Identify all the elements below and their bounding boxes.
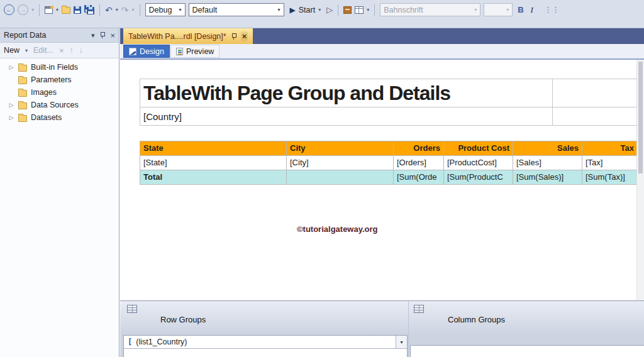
close-icon[interactable]: ×	[110, 31, 115, 40]
vertical-scrollbar[interactable]	[636, 60, 644, 300]
tree-item-label: Datasets	[31, 113, 62, 122]
tab-close-icon[interactable]: ×	[241, 31, 248, 41]
start-debugging-button[interactable]: ▶ Start ▾	[287, 3, 324, 17]
header-cell-orders[interactable]: Orders	[394, 141, 444, 156]
solution-platform-value: Default	[192, 6, 218, 14]
document-tab[interactable]: TableWith Pa....rdl [Design]* ×	[123, 28, 253, 44]
total-cell-tax[interactable]: [Sum(Tax)]	[582, 170, 638, 185]
tree-item-label: Data Sources	[31, 101, 79, 109]
toolbar-overflow-icon[interactable]: ⋮⋮	[545, 6, 560, 14]
watermark-text: ©tutorialgateway.org	[297, 224, 378, 234]
report-tablix: State City Orders Product Cost Sales Tax…	[140, 141, 638, 185]
undo-icon[interactable]: ↶	[105, 6, 113, 14]
bold-button[interactable]: B	[516, 5, 525, 14]
move-down-icon[interactable]: ↓	[79, 46, 83, 55]
font-family-dropdown[interactable]: Bahnschrift ▾	[380, 3, 480, 16]
expand-arrow-icon[interactable]: ▷	[8, 64, 14, 70]
total-cell-sales[interactable]: [Sum(Sales)]	[513, 170, 582, 185]
open-file-icon[interactable]	[62, 7, 70, 14]
total-cell-label[interactable]: Total	[140, 170, 287, 185]
new-menu-chevron-icon[interactable]: ▾	[25, 48, 28, 53]
grouping-pane: Row Groups Column Groups [ (list1_Countr…	[120, 300, 644, 357]
font-family-value: Bahnschrift	[384, 6, 423, 14]
window-layout-chevron-icon[interactable]: ▾	[367, 7, 369, 13]
navigate-back-icon[interactable]: ←	[4, 4, 14, 15]
delete-icon[interactable]: ×	[59, 46, 64, 55]
grouping-pane-divider	[408, 301, 409, 357]
tree-item-datasets[interactable]: ▷ Datasets	[0, 111, 119, 124]
detail-cell-product-cost[interactable]: [ProductCost]	[444, 156, 513, 170]
detail-cell-sales[interactable]: [Sales]	[513, 156, 582, 170]
report-data-panel-header: Report Data ▾ ×	[0, 28, 119, 43]
toolbar-separator	[39, 4, 40, 16]
header-cell-state[interactable]: State	[140, 141, 287, 156]
solution-platform-dropdown[interactable]: Default ▾	[189, 3, 284, 16]
document-tab-strip: TableWith Pa....rdl [Design]* ×	[120, 28, 644, 44]
start-without-debugging-icon[interactable]: ▷	[326, 5, 333, 14]
window-layout-icon[interactable]	[355, 6, 364, 14]
folder-icon	[18, 90, 27, 97]
row-groups-list: [ (list1_Country) ▾	[123, 335, 408, 357]
new-project-icon[interactable]	[45, 6, 53, 14]
tree-item-built-in-fields[interactable]: ▷ Built-in Fields	[0, 61, 119, 74]
redo-chevron-icon[interactable]: ▾	[132, 7, 135, 13]
detail-cell-city[interactable]: [City]	[287, 156, 394, 170]
report-data-tree: ▷ Built-in Fields Parameters Images ▷ Da…	[0, 58, 119, 357]
total-cell-product-cost[interactable]: [Sum(ProductC	[444, 170, 513, 185]
expand-arrow-icon[interactable]: ▷	[8, 114, 14, 121]
header-cell-tax[interactable]: Tax	[582, 141, 638, 156]
navigate-forward-icon[interactable]: →	[18, 4, 28, 15]
play-icon: ▶	[290, 6, 296, 14]
window-position-chevron-icon[interactable]: ▾	[91, 32, 95, 39]
design-view-icon	[129, 48, 136, 55]
design-surface[interactable]: TableWith Page Group and Details [Countr…	[120, 60, 644, 300]
report-title-textbox[interactable]: TableWith Page Group and Details	[140, 79, 553, 107]
detail-cell-state[interactable]: [State]	[140, 156, 287, 170]
report-header-empty-cell[interactable]	[553, 107, 638, 126]
new-project-chevron-icon[interactable]: ▾	[56, 7, 58, 13]
detail-cell-tax[interactable]: [Tax]	[582, 156, 638, 170]
italic-button[interactable]: I	[529, 5, 535, 15]
total-cell-orders[interactable]: [Sum(Orde	[394, 170, 444, 185]
save-icon[interactable]	[74, 6, 81, 14]
vs-report-designer-window: ← → ▾ ▾ ↶ ▾ ↷ ▾ Debug ▾ Default	[0, 0, 644, 357]
scrollbar-thumb[interactable]	[638, 62, 643, 173]
font-size-dropdown[interactable]: ▾	[484, 3, 513, 16]
tree-item-parameters[interactable]: Parameters	[0, 74, 119, 86]
tab-preview[interactable]: Preview	[170, 45, 219, 58]
header-cell-city[interactable]: City	[287, 141, 394, 156]
folder-icon	[18, 102, 27, 109]
country-group-textbox[interactable]: [Country]	[140, 107, 553, 126]
preview-tab-label: Preview	[186, 47, 214, 56]
chevron-down-icon: ▾	[506, 7, 509, 13]
expand-arrow-icon[interactable]: ▷	[8, 102, 14, 108]
header-cell-sales[interactable]: Sales	[513, 141, 582, 156]
header-cell-product-cost[interactable]: Product Cost	[444, 141, 513, 156]
tree-item-data-sources[interactable]: ▷ Data Sources	[0, 99, 119, 111]
main-toolbar: ← → ▾ ▾ ↶ ▾ ↷ ▾ Debug ▾ Default	[0, 0, 644, 28]
detail-cell-orders[interactable]: [Orders]	[394, 156, 444, 170]
row-group-dropdown-icon[interactable]: ▾	[396, 336, 407, 348]
output-window-icon[interactable]	[343, 6, 352, 14]
chevron-down-icon: ▾	[474, 7, 477, 13]
report-header-grid: TableWith Page Group and Details [Countr…	[140, 79, 638, 126]
row-group-item-country[interactable]: [ (list1_Country) ▾	[124, 336, 407, 349]
tab-pin-icon[interactable]	[231, 33, 236, 40]
save-all-front-floppy-icon	[87, 7, 94, 14]
report-header-empty-cell[interactable]	[553, 79, 638, 107]
undo-chevron-icon[interactable]: ▾	[116, 7, 118, 13]
move-up-icon[interactable]: ↑	[70, 46, 74, 55]
new-menu-button[interactable]: New	[4, 46, 19, 55]
solution-configuration-dropdown[interactable]: Debug ▾	[145, 3, 186, 16]
total-cell-city[interactable]	[287, 170, 394, 185]
folder-icon	[18, 77, 27, 84]
edit-button[interactable]: Edit...	[33, 46, 53, 55]
tree-item-label: Images	[31, 88, 57, 97]
tree-item-images[interactable]: Images	[0, 86, 119, 99]
navigation-history-chevron-icon[interactable]: ▾	[31, 7, 34, 13]
tree-item-label: Built-in Fields	[31, 63, 78, 72]
redo-icon[interactable]: ↷	[121, 6, 129, 14]
tab-design[interactable]: Design	[123, 45, 170, 58]
pin-icon[interactable]	[99, 31, 105, 39]
save-all-icon[interactable]	[84, 5, 94, 14]
